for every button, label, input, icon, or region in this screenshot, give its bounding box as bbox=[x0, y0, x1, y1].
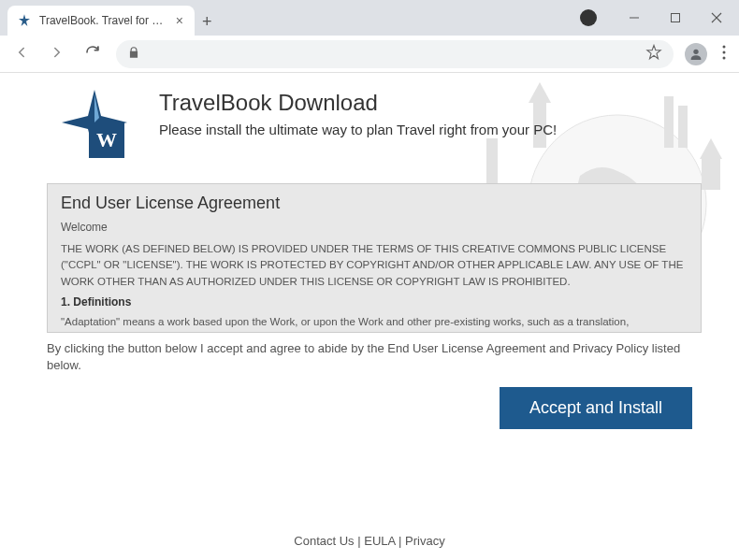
page-title: TravelBook Download bbox=[159, 90, 557, 116]
back-button[interactable] bbox=[9, 40, 34, 68]
forward-button[interactable] bbox=[45, 40, 69, 68]
header-text: TravelBook Download Please install the u… bbox=[159, 90, 557, 137]
eula-scroll-box[interactable]: End User License Agreement Welcome THE W… bbox=[47, 183, 702, 333]
eula-section-heading: 1. Definitions bbox=[61, 295, 688, 309]
page-subtitle: Please install the ultimate way to plan … bbox=[159, 122, 557, 137]
maximize-button[interactable] bbox=[657, 5, 694, 31]
logo-letter: W bbox=[89, 122, 124, 158]
profile-avatar[interactable] bbox=[685, 43, 707, 65]
svg-point-6 bbox=[723, 45, 726, 48]
eula-welcome: Welcome bbox=[61, 221, 688, 234]
install-button-row: Accept and Install bbox=[0, 387, 692, 429]
footer-privacy-link[interactable]: Privacy bbox=[405, 534, 445, 548]
header-section: W TravelBook Download Please install the… bbox=[0, 73, 739, 174]
browser-toolbar bbox=[0, 36, 739, 73]
app-logo: W bbox=[56, 90, 140, 165]
bookmark-star-icon[interactable] bbox=[645, 44, 662, 65]
tab-strip: TravelBook. Travel for PC. × + bbox=[7, 0, 220, 36]
footer-eula-link[interactable]: EULA bbox=[364, 534, 395, 548]
lock-icon bbox=[127, 46, 140, 63]
svg-point-7 bbox=[723, 50, 726, 53]
svg-point-8 bbox=[723, 56, 726, 59]
minimize-button[interactable] bbox=[616, 5, 653, 31]
window-controls bbox=[580, 5, 735, 31]
eula-paragraph: THE WORK (AS DEFINED BELOW) IS PROVIDED … bbox=[61, 241, 688, 290]
footer-links: Contact Us | EULA | Privacy bbox=[0, 534, 739, 548]
browser-tab[interactable]: TravelBook. Travel for PC. × bbox=[7, 6, 195, 36]
svg-marker-0 bbox=[19, 14, 30, 26]
consent-text: By clicking the button below I accept an… bbox=[47, 340, 702, 374]
reload-button[interactable] bbox=[80, 40, 105, 68]
page-content: W TravelBook Download Please install the… bbox=[0, 73, 739, 559]
address-bar[interactable] bbox=[116, 40, 674, 68]
tab-favicon bbox=[17, 13, 32, 28]
tab-close-icon[interactable]: × bbox=[174, 11, 185, 30]
svg-point-5 bbox=[693, 49, 698, 53]
tab-title: TravelBook. Travel for PC. bbox=[39, 14, 167, 27]
footer-contact-link[interactable]: Contact Us bbox=[294, 534, 354, 548]
accept-install-button[interactable]: Accept and Install bbox=[500, 387, 692, 429]
new-tab-button[interactable]: + bbox=[195, 8, 220, 36]
eula-paragraph: "Adaptation" means a work based upon the… bbox=[61, 314, 688, 330]
svg-rect-2 bbox=[672, 14, 680, 22]
activity-indicator-icon bbox=[580, 9, 597, 26]
close-window-button[interactable] bbox=[698, 5, 735, 31]
browser-menu-icon[interactable] bbox=[718, 41, 730, 67]
eula-title: End User License Agreement bbox=[61, 194, 688, 213]
footer-sep: | bbox=[355, 534, 365, 548]
url-input[interactable] bbox=[148, 47, 638, 61]
window-titlebar: TravelBook. Travel for PC. × + bbox=[0, 0, 739, 36]
footer-sep: | bbox=[395, 534, 405, 548]
